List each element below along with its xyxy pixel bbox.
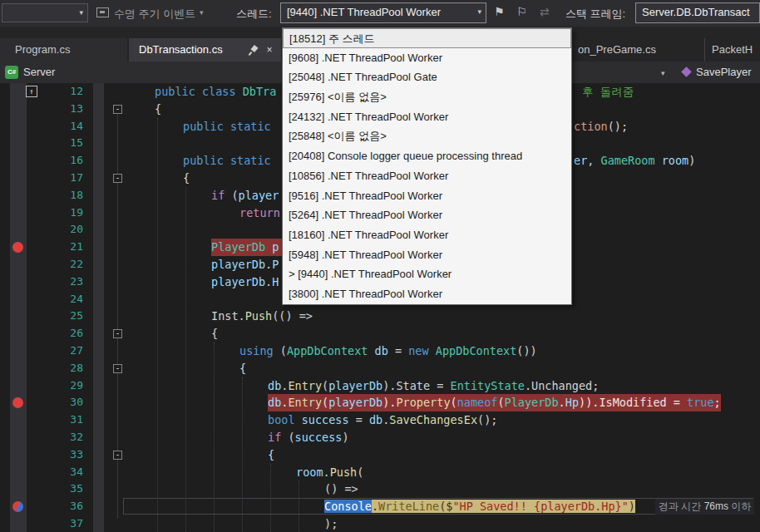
chevron-down-icon[interactable]: ▾ — [477, 7, 481, 16]
line-number[interactable]: 24 — [27, 291, 83, 308]
breakpoint-icon[interactable] — [12, 242, 23, 253]
tab-session-pregame-cs[interactable]: on_PreGame.cs — [578, 38, 656, 62]
line-number[interactable]: 15 — [27, 135, 83, 152]
code-token: playerDb — [211, 275, 265, 288]
code-token: AppDbContext — [436, 344, 517, 357]
code-token: success — [295, 431, 343, 444]
code-token: { — [211, 327, 218, 340]
thread-combo-value: [9440] .NET ThreadPool Worker — [287, 6, 441, 18]
pin-icon[interactable] — [248, 44, 259, 56]
line-number[interactable]: 19 — [27, 204, 83, 222]
thread-dropdown-item[interactable]: [10856] .NET ThreadPool Worker — [283, 166, 571, 186]
line-number[interactable]: 18 — [27, 187, 83, 204]
thread-dropdown-item[interactable]: [3800] .NET ThreadPool Worker — [283, 284, 571, 304]
close-icon[interactable]: × — [263, 38, 276, 62]
fold-toggle[interactable]: - — [113, 174, 122, 183]
line-number[interactable]: 36 — [27, 498, 83, 515]
thread-dropdown-item[interactable]: [24132] .NET ThreadPool Worker — [283, 107, 571, 127]
code-token: ( — [322, 379, 328, 392]
line-number[interactable]: 21 — [27, 239, 83, 256]
line-number[interactable]: 22 — [27, 256, 83, 273]
line-number[interactable]: 32 — [27, 429, 83, 446]
stack-frame-combo[interactable]: Server.DB.DbTransact — [635, 2, 760, 23]
code-token: P — [272, 258, 279, 271]
line-number[interactable]: 14 — [27, 118, 83, 135]
thread-dropdown-item[interactable]: [18512] 주 스레드 — [283, 28, 571, 48]
thread-dropdown-item[interactable]: [20408] Console logger queue processing … — [283, 146, 571, 166]
thread-dropdown-item[interactable]: [25048] .NET ThreadPool Gate — [283, 67, 571, 87]
member-dropdown[interactable]: SavePlayer — [696, 62, 751, 83]
line-number[interactable]: 17 — [27, 170, 83, 187]
thread-dropdown-item[interactable]: [18160] .NET ThreadPool Worker — [283, 225, 571, 245]
tab-program-cs[interactable]: Program.cs — [0, 38, 127, 62]
code-token: ( — [322, 396, 328, 409]
breakpoint-icon[interactable] — [12, 397, 23, 408]
stack-frame-value: Server.DB.DbTransact — [642, 6, 750, 18]
lifecycle-events-label[interactable]: 수명 주기 이벤트 — [114, 7, 195, 22]
code-token: new — [408, 344, 436, 357]
project-dropdown[interactable]: Server — [23, 62, 55, 83]
line-number[interactable]: 23 — [27, 273, 83, 291]
tab-label: Program.cs — [15, 43, 70, 56]
fold-toggle[interactable]: - — [113, 105, 122, 114]
thread-dropdown-item[interactable]: [25848] <이름 없음> — [283, 126, 571, 146]
thread-dropdown-item[interactable]: [5264] .NET ThreadPool Worker — [283, 205, 571, 225]
code-text: public class DbTra — [155, 83, 276, 101]
chevron-down-icon[interactable]: ▾ — [661, 69, 665, 77]
code-line: 28-{ — [0, 360, 760, 377]
line-number[interactable]: 28 — [27, 360, 83, 377]
code-token: ()) — [516, 344, 536, 357]
code-token: PlayerDb — [505, 396, 559, 409]
code-token: WriteLine — [378, 500, 439, 513]
fold-toggle[interactable]: - — [113, 364, 122, 373]
toolbar-left-dropdown[interactable]: ▾ — [2, 3, 88, 22]
chevron-down-icon[interactable]: ▾ — [200, 8, 204, 17]
current-statement-icon[interactable] — [12, 501, 23, 512]
editor-margin-icon[interactable]: ↑ — [26, 86, 37, 97]
stack-frame-label: 스택 프레임: — [565, 7, 625, 22]
line-number[interactable]: 31 — [27, 411, 83, 429]
code-line: 25Inst.Push(() => — [0, 308, 760, 325]
code-token: SaveChangesEx — [389, 413, 477, 426]
line-number[interactable]: 37 — [27, 515, 83, 532]
code-token: room — [655, 154, 689, 167]
code-token: db — [268, 396, 281, 409]
line-number[interactable]: 26 — [27, 325, 83, 342]
code-token: DbTra — [243, 85, 277, 98]
thread-label: 스레드: — [236, 7, 272, 22]
line-number[interactable]: 25 — [27, 308, 83, 325]
thread-dropdown-item[interactable]: [9516] .NET ThreadPool Worker — [283, 186, 571, 206]
code-token: { — [268, 448, 274, 461]
thread-dropdown-item[interactable]: > [9440] .NET ThreadPool Worker — [283, 264, 571, 284]
flag-outline-icon[interactable]: ⚐ — [516, 5, 527, 18]
code-token: "HP Saved!! {playerDb.Hp}" — [452, 500, 628, 513]
thread-dropdown-item[interactable]: [9608] .NET ThreadPool Worker — [283, 48, 571, 68]
code-token: (); — [608, 120, 628, 133]
fold-toggle[interactable]: - — [113, 451, 122, 460]
line-number[interactable]: 27 — [27, 342, 83, 360]
code-token: EntityState — [451, 379, 525, 392]
current-statement-highlight: .WriteLine($"HP Saved!! {playerDb.Hp}") — [372, 500, 635, 513]
tab-dbtransaction-cs[interactable]: DbTransaction.cs × — [129, 38, 281, 62]
line-number[interactable]: 13 — [27, 101, 83, 118]
line-number[interactable]: 29 — [27, 377, 83, 395]
tab-packethandler-cs[interactable]: PacketH — [712, 38, 753, 62]
perf-tip-text: 경과 시간 — [659, 500, 704, 512]
line-number[interactable]: 33 — [27, 446, 83, 464]
thread-combo[interactable]: [9440] .NET ThreadPool Worker ▾ — [280, 2, 486, 23]
code-text: return — [239, 204, 280, 222]
thread-dropdown-item[interactable]: [5948] .NET ThreadPool Worker — [283, 245, 571, 265]
lifecycle-events-icon[interactable] — [96, 7, 109, 17]
line-number[interactable]: 16 — [27, 152, 83, 170]
line-number[interactable]: 20 — [27, 221, 83, 239]
breakpoint-highlight-line: db.Entry(playerDb).Property(nameof(Playe… — [268, 394, 721, 411]
code-token: PlayerDb — [211, 240, 265, 254]
perf-tip[interactable]: 경과 시간 76ms 이하 — [655, 499, 754, 515]
line-number[interactable]: 30 — [27, 394, 83, 411]
code-text: playerDb.H — [211, 273, 279, 291]
flag-icon[interactable]: ⚑ — [494, 5, 505, 18]
line-number[interactable]: 35 — [27, 480, 83, 498]
fold-toggle[interactable]: - — [113, 329, 122, 338]
thread-dropdown-item[interactable]: [25976] <이름 없음> — [283, 87, 571, 107]
line-number[interactable]: 34 — [27, 464, 83, 481]
